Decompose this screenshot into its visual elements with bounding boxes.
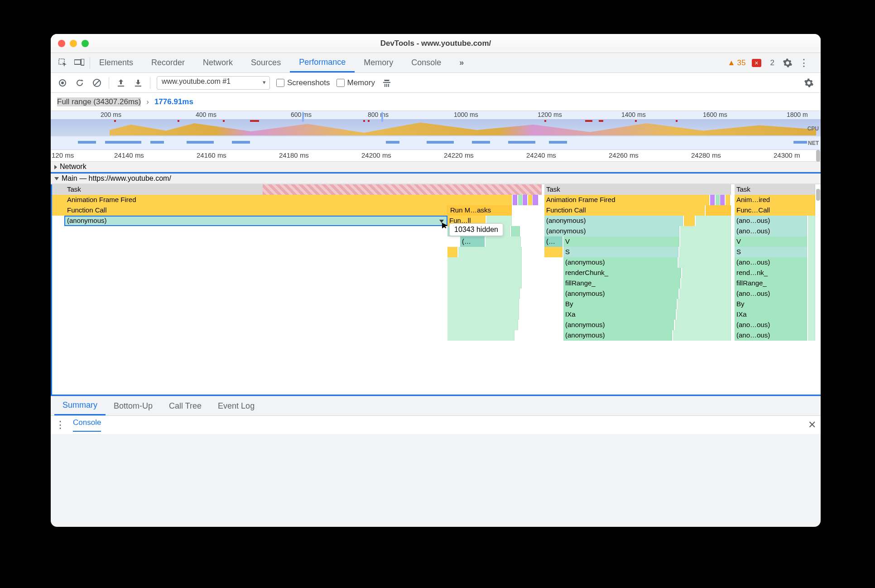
anonymous-selected[interactable]: (anonymous) bbox=[64, 216, 447, 226]
reload-button[interactable] bbox=[74, 77, 85, 88]
flame-slice[interactable] bbox=[680, 226, 731, 236]
tab-network[interactable]: Network bbox=[194, 53, 242, 72]
flame-slice[interactable] bbox=[808, 320, 815, 330]
device-icon[interactable] bbox=[73, 57, 85, 69]
flame-slice[interactable] bbox=[682, 268, 731, 278]
flame-slice[interactable] bbox=[808, 247, 815, 257]
flame-slice[interactable] bbox=[513, 195, 517, 205]
recording-select[interactable]: www.youtube.com #1 bbox=[157, 76, 270, 90]
network-track-header[interactable]: Network bbox=[51, 162, 821, 172]
anonymous[interactable]: (anonymous) bbox=[544, 216, 683, 226]
tab-sources[interactable]: Sources bbox=[242, 53, 290, 72]
close-icon[interactable]: ✕ bbox=[808, 419, 816, 431]
renderchunk[interactable]: rend…nk_ bbox=[735, 268, 807, 278]
flame-slice[interactable] bbox=[726, 195, 730, 205]
flame-slice[interactable] bbox=[681, 278, 731, 289]
anonymous[interactable]: (ano…ous) bbox=[735, 320, 807, 330]
gear-icon[interactable] bbox=[782, 57, 793, 69]
v[interactable]: V bbox=[735, 236, 807, 247]
by[interactable]: By bbox=[735, 299, 807, 309]
flame-slice[interactable] bbox=[533, 195, 538, 205]
function-call[interactable]: Function Call bbox=[51, 205, 447, 216]
tab-recorder[interactable]: Recorder bbox=[142, 53, 194, 72]
flame-slice[interactable] bbox=[675, 320, 731, 330]
toolbar-gear-icon[interactable] bbox=[803, 77, 814, 88]
flame-slice[interactable] bbox=[808, 236, 815, 247]
function-call[interactable]: Function Call bbox=[544, 205, 705, 216]
flame-slice[interactable] bbox=[808, 226, 815, 236]
tab-bottom-up[interactable]: Bottom-Up bbox=[106, 396, 161, 415]
flame-slice[interactable] bbox=[486, 236, 521, 247]
anonymous[interactable]: (ano…ous) bbox=[735, 226, 807, 236]
flame-slice[interactable] bbox=[458, 247, 522, 257]
tab-elements[interactable]: Elements bbox=[90, 53, 142, 72]
flame-chart[interactable]: Task Animation Frame Fired Function Call… bbox=[51, 184, 821, 396]
s[interactable]: S bbox=[735, 247, 807, 257]
ruler-scrollbar[interactable] bbox=[816, 150, 820, 162]
window-minimize-button[interactable] bbox=[70, 40, 77, 47]
inspect-icon[interactable] bbox=[57, 57, 69, 69]
flame-slice[interactable] bbox=[523, 195, 527, 205]
v[interactable]: V bbox=[563, 236, 679, 247]
anonymous[interactable]: (ano…ous) bbox=[735, 216, 807, 226]
ixa[interactable]: IXa bbox=[735, 309, 807, 320]
animation-frame-fired[interactable]: Animation Frame Fired bbox=[51, 195, 512, 205]
s[interactable]: S bbox=[563, 247, 678, 257]
flame-slice[interactable] bbox=[447, 289, 520, 299]
screenshots-checkbox[interactable]: Screenshots bbox=[276, 78, 330, 87]
overview-minimap[interactable]: 200 ms 400 ms 600 ms 800 ms 1000 ms 1200… bbox=[51, 111, 821, 150]
flame-slice[interactable] bbox=[679, 247, 731, 257]
fillrange[interactable]: fillRange_ bbox=[563, 278, 680, 289]
upload-button[interactable] bbox=[115, 77, 126, 88]
flame-slice[interactable] bbox=[447, 330, 514, 341]
flame-slice[interactable] bbox=[544, 247, 562, 257]
flame-slice[interactable] bbox=[808, 309, 815, 320]
flame-slice[interactable] bbox=[680, 236, 731, 247]
window-close-button[interactable] bbox=[58, 40, 65, 47]
flame-slice[interactable] bbox=[808, 289, 815, 299]
flame-slice[interactable] bbox=[447, 299, 519, 309]
flame-slice[interactable] bbox=[447, 268, 522, 278]
kebab-icon[interactable]: ⋮ bbox=[798, 57, 810, 69]
tab-call-tree[interactable]: Call Tree bbox=[161, 396, 210, 415]
fillrange[interactable]: fillRange_ bbox=[735, 278, 807, 289]
warnings-badge[interactable]: ▲35 bbox=[728, 58, 746, 67]
flame-slice[interactable] bbox=[511, 226, 520, 236]
flame-slice[interactable] bbox=[447, 257, 522, 268]
flame-slice[interactable] bbox=[518, 195, 522, 205]
clear-button[interactable] bbox=[91, 77, 102, 88]
flame-slice[interactable] bbox=[678, 257, 731, 268]
overview-handle-right[interactable] bbox=[381, 112, 383, 122]
flame-slice[interactable] bbox=[808, 216, 815, 226]
task[interactable]: Task bbox=[544, 184, 731, 195]
dots[interactable]: (… bbox=[544, 236, 562, 247]
tab-performance[interactable]: Performance bbox=[290, 53, 355, 72]
flame-slice[interactable] bbox=[673, 330, 731, 341]
renderchunk[interactable]: renderChunk_ bbox=[563, 268, 681, 278]
timeline-ruler[interactable]: 120 ms 24140 ms 24160 ms 24180 ms 24200 … bbox=[51, 150, 821, 162]
tabs-overflow[interactable]: » bbox=[450, 53, 473, 72]
download-button[interactable] bbox=[133, 77, 144, 88]
flame-slice[interactable] bbox=[716, 195, 720, 205]
flame-slice[interactable] bbox=[706, 205, 731, 216]
flame-slice[interactable] bbox=[808, 330, 815, 341]
record-button[interactable] bbox=[57, 77, 68, 88]
current-range[interactable]: 1776.91ms bbox=[154, 97, 193, 106]
anonymous[interactable]: (ano…ous) bbox=[735, 257, 807, 268]
overview-handle-left[interactable] bbox=[302, 112, 304, 122]
window-maximize-button[interactable] bbox=[82, 40, 89, 47]
flame-slice[interactable] bbox=[808, 299, 815, 309]
flame-slice[interactable] bbox=[808, 268, 815, 278]
anonymous[interactable]: (anonymous) bbox=[563, 320, 674, 330]
ixa[interactable]: IXa bbox=[563, 309, 676, 320]
flame-scrollbar[interactable] bbox=[816, 189, 820, 201]
anonymous[interactable]: (anonymous) bbox=[563, 257, 678, 268]
full-range[interactable]: Full range (34307.26ms) bbox=[57, 97, 141, 106]
function-call[interactable]: Func…Call bbox=[735, 205, 815, 216]
tab-summary[interactable]: Summary bbox=[54, 396, 106, 415]
main-track-header[interactable]: Main — https://www.youtube.com/ bbox=[51, 174, 821, 184]
tab-console[interactable]: Console bbox=[402, 53, 450, 72]
flame-slice[interactable] bbox=[447, 309, 519, 320]
tab-event-log[interactable]: Event Log bbox=[210, 396, 263, 415]
flame-slice[interactable] bbox=[447, 247, 457, 257]
